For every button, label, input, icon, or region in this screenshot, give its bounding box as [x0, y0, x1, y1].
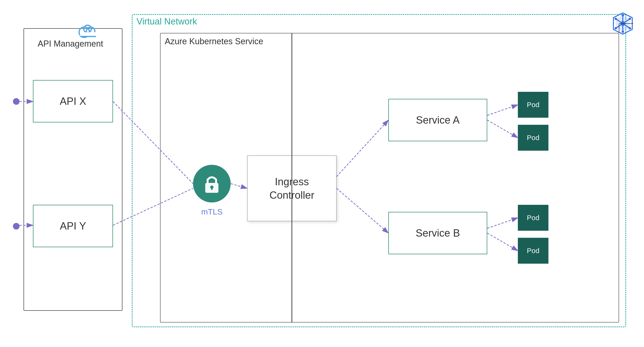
service-a-label: Service A	[416, 114, 460, 126]
ingress-controller-label: IngressController	[270, 175, 314, 202]
pod-a1-label: Pod	[527, 101, 539, 109]
pod-a2-label: Pod	[527, 134, 539, 142]
svg-rect-3	[80, 32, 96, 36]
pod-a1: Pod	[518, 92, 548, 118]
aks-label: Azure Kubernetes Service	[165, 36, 263, 46]
client-dot-1	[13, 98, 20, 105]
service-b-label: Service B	[416, 227, 460, 239]
svg-point-17	[622, 14, 624, 16]
api-y-label: API Y	[60, 220, 86, 232]
api-x-box: API X	[33, 80, 113, 122]
mtls-circle	[193, 165, 231, 202]
ingress-controller-box: IngressController	[247, 155, 336, 221]
svg-point-16	[620, 21, 625, 26]
pod-b2: Pod	[518, 238, 548, 264]
diagram-container: Virtual Network Azure Kubernetes Service…	[0, 0, 644, 347]
api-y-box: API Y	[33, 205, 113, 247]
virtual-network-label: Virtual Network	[136, 16, 197, 26]
pod-b2-label: Pod	[527, 247, 539, 255]
apim-box	[24, 28, 122, 311]
client-dot-2	[13, 223, 20, 230]
apim-label: API Management	[38, 39, 103, 49]
svg-point-18	[629, 18, 631, 20]
svg-point-21	[614, 27, 617, 30]
svg-point-19	[629, 27, 631, 30]
pod-a2: Pod	[518, 125, 548, 151]
api-x-label: API X	[60, 95, 86, 107]
svg-rect-7	[211, 187, 212, 190]
svg-point-22	[614, 18, 617, 20]
svg-point-20	[622, 30, 624, 33]
pod-b1: Pod	[518, 205, 548, 231]
cloud-icon	[78, 22, 99, 39]
lock-icon	[202, 173, 221, 194]
kubernetes-icon	[611, 12, 634, 35]
mtls-label: mTLS	[198, 207, 226, 216]
service-b-box: Service B	[388, 212, 487, 254]
pod-b1-label: Pod	[527, 214, 539, 222]
service-a-box: Service A	[388, 99, 487, 141]
